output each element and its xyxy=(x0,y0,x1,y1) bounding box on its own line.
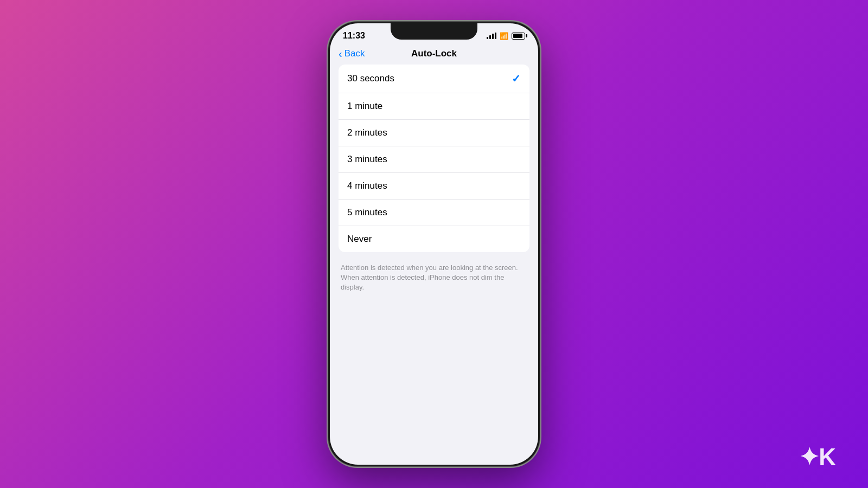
option-label-4m: 4 minutes xyxy=(347,181,387,191)
page-title: Auto-Lock xyxy=(411,48,457,59)
notch xyxy=(391,23,477,40)
option-30-seconds[interactable]: 30 seconds ✓ xyxy=(339,65,529,93)
option-3-minutes[interactable]: 3 minutes xyxy=(339,146,529,173)
watermark: ✦K xyxy=(799,443,835,471)
back-chevron-icon: ‹ xyxy=(339,48,342,59)
back-button[interactable]: ‹ Back xyxy=(339,48,365,59)
footnote-text: Attention is detected when you are looki… xyxy=(339,259,529,293)
option-label-1m: 1 minute xyxy=(347,101,382,112)
checkmark-icon: ✓ xyxy=(512,72,521,85)
option-5-minutes[interactable]: 5 minutes xyxy=(339,200,529,226)
option-2-minutes[interactable]: 2 minutes xyxy=(339,120,529,146)
option-label-2m: 2 minutes xyxy=(347,127,387,138)
option-1-minute[interactable]: 1 minute xyxy=(339,93,529,120)
signal-icon xyxy=(487,33,496,39)
status-icons: 📶 xyxy=(487,32,525,40)
content-area: 30 seconds ✓ 1 minute 2 minutes 3 minute… xyxy=(330,65,538,293)
nav-header: ‹ Back Auto-Lock xyxy=(330,45,538,65)
battery-icon xyxy=(512,33,525,40)
options-list: 30 seconds ✓ 1 minute 2 minutes 3 minute… xyxy=(339,65,529,252)
option-label-3m: 3 minutes xyxy=(347,154,387,165)
option-label-30s: 30 seconds xyxy=(347,73,394,84)
option-label-5m: 5 minutes xyxy=(347,207,387,218)
phone-screen: 11:33 📶 ‹ Back Auto-Lock xyxy=(330,23,538,465)
option-never[interactable]: Never xyxy=(339,226,529,252)
wifi-icon: 📶 xyxy=(500,32,508,40)
phone-shell: 11:33 📶 ‹ Back Auto-Lock xyxy=(328,22,540,466)
option-label-never: Never xyxy=(347,234,372,245)
status-time: 11:33 xyxy=(343,31,365,41)
option-4-minutes[interactable]: 4 minutes xyxy=(339,173,529,200)
back-label: Back xyxy=(344,48,365,59)
